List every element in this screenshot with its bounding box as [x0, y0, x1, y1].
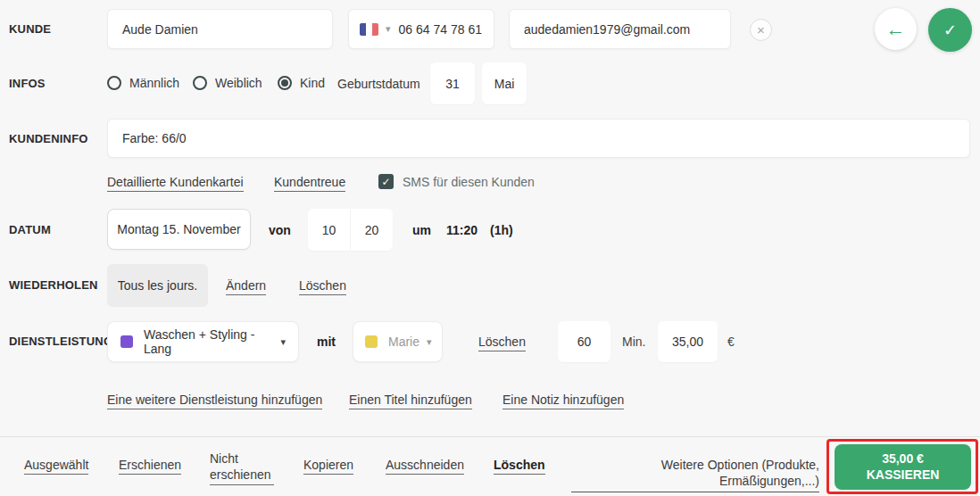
- service-name: Waschen + Styling - Lang: [144, 327, 273, 356]
- end-time-value: 11:20: [446, 223, 478, 237]
- customer-name-input[interactable]: [122, 22, 318, 37]
- date-picker-field[interactable]: Montag 15. November: [107, 209, 251, 250]
- radio-label: Kind: [300, 76, 325, 90]
- birth-day-input[interactable]: [430, 77, 475, 91]
- min-label: Min.: [622, 335, 645, 349]
- service-delete-link[interactable]: Löschen: [478, 335, 526, 351]
- add-service-link[interactable]: Eine weitere Dienstleistung hinzufügen: [107, 393, 322, 409]
- footer-divider: [0, 436, 980, 437]
- radio-circle-icon: [107, 76, 121, 90]
- service-dropdown[interactable]: Waschen + Styling - Lang ▾: [107, 321, 299, 362]
- footer-link-ausschneiden[interactable]: Ausschneiden: [386, 458, 464, 475]
- birth-month-field[interactable]: [482, 62, 527, 104]
- birth-day-field[interactable]: [430, 62, 475, 104]
- email-input[interactable]: [524, 22, 716, 37]
- kundeninfo-label: KUNDENINFO: [9, 132, 88, 145]
- add-title-link[interactable]: Einen Titel hinzufügen: [349, 393, 472, 409]
- appointment-form: KUNDE ▾ 06 64 74 78 61 × ← ✓ INFOS Männl…: [0, 0, 980, 496]
- radio-weiblich[interactable]: Weiblich: [193, 76, 262, 90]
- recurrence-change-link[interactable]: Ändern: [226, 278, 266, 295]
- recurrence-delete-link[interactable]: Löschen: [299, 278, 346, 295]
- dienstleistung-label: DIENSTLEISTUNG: [9, 335, 112, 348]
- footer-link-erschienen[interactable]: Erschienen: [119, 458, 181, 475]
- footer-link-loeschen[interactable]: Löschen: [494, 458, 545, 475]
- more-options-link[interactable]: Weitere Optionen (Produkte, Ermäßigungen…: [571, 458, 819, 492]
- radio-maennlich[interactable]: Männlich: [107, 76, 179, 90]
- sms-label: SMS für diesen Kunden: [403, 175, 535, 189]
- radio-label: Männlich: [129, 76, 179, 90]
- datum-label: DATUM: [9, 223, 51, 236]
- recurrence-value[interactable]: Tous les jours.: [107, 264, 208, 307]
- checkbox-check-glyph: ✓: [381, 176, 390, 188]
- radio-selected-icon: [278, 76, 292, 90]
- service-color-icon: [120, 335, 133, 348]
- start-minute-input[interactable]: [351, 223, 393, 237]
- sms-option[interactable]: ✓ SMS für diesen Kunden: [378, 174, 535, 189]
- radio-kind[interactable]: Kind: [278, 76, 325, 90]
- start-hour-input[interactable]: [308, 223, 350, 237]
- radio-circle-icon: [193, 76, 207, 90]
- confirm-button[interactable]: ✓: [928, 8, 972, 52]
- um-label: um: [412, 223, 431, 237]
- von-label: von: [269, 223, 291, 237]
- radio-label: Weiblich: [215, 76, 262, 90]
- customer-record-link[interactable]: Detaillierte Kundenkartei: [107, 175, 244, 192]
- service-minutes-input[interactable]: [558, 335, 610, 349]
- customer-name-field[interactable]: [107, 9, 333, 49]
- wiederholen-label: WIEDERHOLEN: [9, 278, 98, 292]
- checkout-amount: 35,00 €: [882, 451, 924, 467]
- mit-label: mit: [317, 335, 336, 349]
- footer-link-nicht-erschienen[interactable]: Nicht erschienen: [210, 451, 274, 485]
- service-minutes-field[interactable]: [558, 321, 610, 362]
- staff-dropdown[interactable]: Marie ▾: [353, 321, 443, 362]
- footer-link-kopieren[interactable]: Kopieren: [303, 458, 353, 475]
- customer-info-field[interactable]: [107, 119, 970, 158]
- clear-customer-button[interactable]: ×: [750, 19, 772, 41]
- date-value: Montag 15. November: [117, 222, 241, 236]
- france-flag-icon: [360, 23, 378, 36]
- email-field[interactable]: [509, 9, 731, 49]
- loyalty-link[interactable]: Kundentreue: [274, 175, 345, 192]
- service-price-field[interactable]: [658, 321, 718, 362]
- back-button[interactable]: ←: [875, 8, 917, 50]
- birthdate-label: Geburtstdatum: [337, 77, 420, 91]
- kunde-label: KUNDE: [9, 22, 51, 36]
- checkbox-checked-icon[interactable]: ✓: [378, 174, 394, 189]
- duration-value: (1h): [490, 223, 513, 237]
- recurrence-text: Tous les jours.: [118, 278, 197, 293]
- phone-value: 06 64 74 78 61: [399, 22, 482, 37]
- checkout-action: KASSIEREN: [867, 467, 940, 484]
- back-arrow-icon: ←: [886, 18, 906, 41]
- staff-color-icon: [365, 335, 378, 348]
- currency-label: €: [727, 335, 735, 349]
- check-icon: ✓: [943, 21, 957, 40]
- start-minute-field[interactable]: [351, 209, 393, 251]
- staff-caret-icon: ▾: [427, 336, 432, 348]
- birth-month-input[interactable]: [482, 77, 527, 91]
- start-hour-field[interactable]: [308, 209, 350, 251]
- footer-link-ausgewaehlt[interactable]: Ausgewählt: [24, 458, 88, 475]
- phone-field[interactable]: ▾ 06 64 74 78 61: [348, 9, 494, 49]
- add-note-link[interactable]: Eine Notiz hinzufügen: [502, 393, 624, 409]
- flag-caret-icon[interactable]: ▾: [386, 23, 391, 35]
- checkout-button[interactable]: 35,00 € KASSIEREN: [835, 444, 971, 490]
- service-price-input[interactable]: [658, 335, 718, 349]
- infos-label: INFOS: [9, 77, 46, 90]
- service-caret-icon: ▾: [280, 336, 286, 348]
- staff-name: Marie: [388, 335, 419, 349]
- close-icon: ×: [757, 22, 765, 37]
- customer-info-input[interactable]: [122, 131, 955, 145]
